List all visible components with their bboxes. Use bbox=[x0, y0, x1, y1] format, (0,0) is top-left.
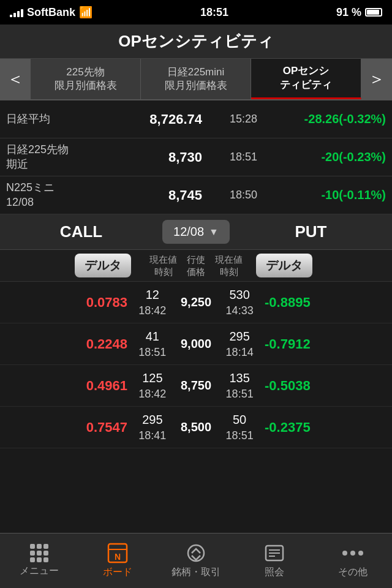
nav-inquiry-label: 照会 bbox=[265, 566, 284, 579]
strike-0: 9,250 bbox=[172, 295, 221, 309]
signal-bars-icon bbox=[10, 7, 23, 17]
tabs-container: 225先物 限月別価格表 日経225mini限月別価格表 OPセンシティビティ bbox=[31, 59, 361, 99]
strike-3: 8,500 bbox=[172, 420, 221, 434]
inquiry-icon bbox=[264, 543, 285, 564]
options-center-2: 125 18:42 8,750 135 18:51 bbox=[136, 369, 256, 402]
market-change-nikkei: -28.26(-0.32%) bbox=[257, 112, 386, 126]
market-time-futures: 18:51 bbox=[208, 151, 257, 164]
bottom-navigation: メニュー N ボード 銘柄・取引 照会 bbox=[0, 533, 392, 588]
call-val-time-3: 295 18:41 bbox=[138, 411, 166, 443]
put-delta-0: -0.8895 bbox=[256, 295, 392, 311]
col-header-left: デルタ bbox=[0, 250, 136, 281]
dropdown-arrow-icon: ▼ bbox=[209, 227, 219, 238]
market-data-row-mini: N225ミニ12/08 8,745 18:50 -10(-0.11%) bbox=[0, 176, 392, 214]
options-row-2: 0.4961 125 18:42 8,750 135 18:51 -0.5038 bbox=[0, 365, 392, 407]
app-header: OPセンシティビティ bbox=[0, 24, 392, 59]
col-header-currentval-call: 現在値時刻 bbox=[149, 254, 177, 277]
nav-other[interactable]: その他 bbox=[314, 533, 392, 588]
tab-navigation: ＜ 225先物 限月別価格表 日経225mini限月別価格表 OPセンシティビテ… bbox=[0, 59, 392, 100]
market-value-nikkei: 8,726.74 bbox=[116, 111, 202, 127]
call-delta-1: 0.2248 bbox=[0, 336, 136, 352]
status-time: 18:51 bbox=[200, 6, 228, 19]
options-center-3: 295 18:41 8,500 50 18:51 bbox=[136, 411, 256, 443]
wifi-icon: 📶 bbox=[79, 6, 92, 19]
nav-menu[interactable]: メニュー bbox=[0, 533, 78, 588]
carrier-label: SoftBank bbox=[27, 6, 75, 19]
market-label-mini: N225ミニ12/08 bbox=[6, 181, 116, 209]
put-val-time-1: 295 18:14 bbox=[226, 328, 254, 360]
strike-1: 9,000 bbox=[172, 337, 221, 351]
call-label: CALL bbox=[0, 222, 162, 241]
call-delta-3: 0.7547 bbox=[0, 420, 136, 435]
column-headers: デルタ 現在値時刻 行使価格 現在値時刻 デルタ bbox=[0, 250, 392, 282]
col-header-currentval-put: 現在値時刻 bbox=[215, 254, 243, 277]
put-label: PUT bbox=[230, 222, 392, 241]
call-val-time-2: 125 18:42 bbox=[138, 369, 166, 402]
date-selector-value: 12/08 bbox=[173, 225, 204, 239]
col-header-center: 現在値時刻 行使価格 現在値時刻 bbox=[136, 250, 256, 281]
put-delta-2: -0.5038 bbox=[256, 378, 392, 394]
market-change-futures: -20(-0.23%) bbox=[257, 150, 386, 164]
options-data-rows: 0.0783 12 18:42 9,250 530 14:33 -0.8895 … bbox=[0, 282, 392, 448]
status-bar: SoftBank 📶 18:51 91 % bbox=[0, 0, 392, 24]
call-delta-0: 0.0783 bbox=[0, 295, 136, 311]
col-header-right: デルタ bbox=[256, 250, 392, 281]
trade-icon bbox=[186, 543, 206, 564]
put-delta-3: -0.2375 bbox=[256, 420, 392, 435]
board-icon: N bbox=[107, 543, 128, 564]
options-row-0: 0.0783 12 18:42 9,250 530 14:33 -0.8895 bbox=[0, 282, 392, 323]
market-time-nikkei: 15:28 bbox=[208, 113, 257, 126]
nav-inquiry[interactable]: 照会 bbox=[235, 533, 314, 588]
options-center-0: 12 18:42 9,250 530 14:33 bbox=[136, 286, 256, 318]
battery-fill bbox=[367, 10, 379, 15]
options-row-3: 0.7547 295 18:41 8,500 50 18:51 -0.2375 bbox=[0, 407, 392, 448]
call-delta-2: 0.4961 bbox=[0, 378, 136, 394]
nav-menu-label: メニュー bbox=[20, 565, 59, 578]
options-center-1: 41 18:51 9,000 295 18:14 bbox=[136, 328, 256, 360]
page-title: OPセンシティビティ bbox=[118, 31, 274, 52]
put-val-time-0: 530 14:33 bbox=[226, 286, 254, 318]
date-selector[interactable]: 12/08 ▼ bbox=[162, 220, 230, 244]
market-data-row-nikkei: 日経平均 8,726.74 15:28 -28.26(-0.32%) bbox=[0, 100, 392, 138]
col-header-strike: 行使価格 bbox=[187, 254, 205, 277]
nav-trade-label: 銘柄・取引 bbox=[172, 566, 221, 579]
market-value-mini: 8,745 bbox=[116, 187, 202, 203]
nav-board[interactable]: N ボード bbox=[78, 533, 157, 588]
call-val-time-1: 41 18:51 bbox=[138, 328, 166, 360]
market-label-futures: 日経225先物期近 bbox=[6, 143, 116, 172]
status-right: 91 % bbox=[336, 6, 382, 19]
put-delta-1: -0.7912 bbox=[256, 336, 392, 352]
tab-nikkei225-futures[interactable]: 225先物 限月別価格表 bbox=[31, 59, 141, 99]
put-val-time-3: 50 18:51 bbox=[226, 411, 254, 443]
market-label-nikkei: 日経平均 bbox=[6, 112, 116, 126]
battery-icon bbox=[365, 8, 382, 17]
more-icon bbox=[342, 543, 363, 564]
grid-icon bbox=[30, 544, 48, 562]
call-val-time-0: 12 18:42 bbox=[138, 286, 166, 318]
market-data-section: 日経平均 8,726.74 15:28 -28.26(-0.32%) 日経225… bbox=[0, 100, 392, 214]
tab-prev-button[interactable]: ＜ bbox=[0, 59, 31, 99]
market-time-mini: 18:50 bbox=[208, 189, 257, 202]
nav-other-label: その他 bbox=[338, 566, 368, 579]
market-data-row-futures: 日経225先物期近 8,730 18:51 -20(-0.23%) bbox=[0, 138, 392, 176]
svg-text:N: N bbox=[115, 552, 121, 562]
tab-nikkei225-mini[interactable]: 日経225mini限月別価格表 bbox=[141, 59, 251, 99]
svg-point-3 bbox=[188, 545, 204, 561]
tab-next-button[interactable]: ＞ bbox=[361, 59, 392, 99]
status-left: SoftBank 📶 bbox=[10, 6, 92, 19]
options-row-1: 0.2248 41 18:51 9,000 295 18:14 -0.7912 bbox=[0, 323, 392, 365]
battery-percent: 91 % bbox=[336, 6, 361, 19]
nav-board-label: ボード bbox=[103, 566, 132, 579]
put-val-time-2: 135 18:51 bbox=[226, 369, 254, 402]
nav-trade[interactable]: 銘柄・取引 bbox=[157, 533, 235, 588]
strike-2: 8,750 bbox=[172, 379, 221, 393]
market-change-mini: -10(-0.11%) bbox=[257, 188, 386, 202]
market-value-futures: 8,730 bbox=[116, 149, 202, 165]
delta-button-call[interactable]: デルタ bbox=[75, 254, 131, 277]
delta-button-put[interactable]: デルタ bbox=[256, 254, 312, 277]
options-header: CALL 12/08 ▼ PUT bbox=[0, 214, 392, 250]
tab-op-sensitivity[interactable]: OPセンシティビティ bbox=[251, 59, 361, 99]
